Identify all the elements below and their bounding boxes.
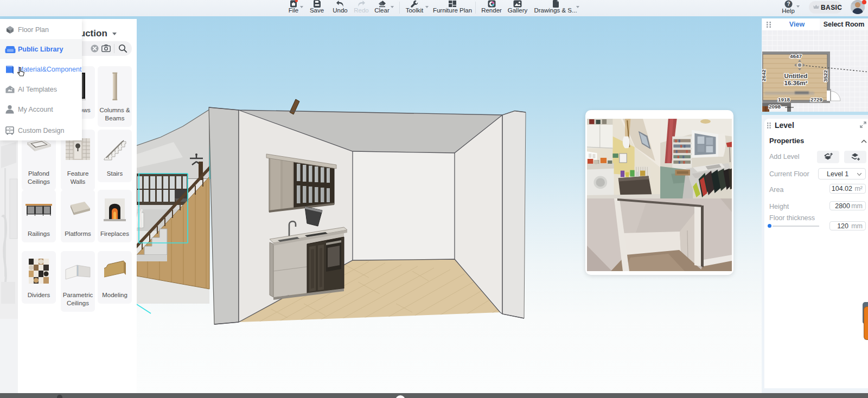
svg-text:2098: 2098 [769,104,781,110]
svg-text:2642: 2642 [762,69,767,81]
svg-text:?: ? [787,1,790,7]
svg-text:Untitled: Untitled [784,73,808,79]
svg-text:4647: 4647 [790,53,802,59]
svg-text:16.36m²: 16.36m² [784,80,808,86]
svg-text:1918: 1918 [778,97,790,102]
svg-text:2729: 2729 [810,97,822,102]
svg-text:3522: 3522 [822,70,828,82]
